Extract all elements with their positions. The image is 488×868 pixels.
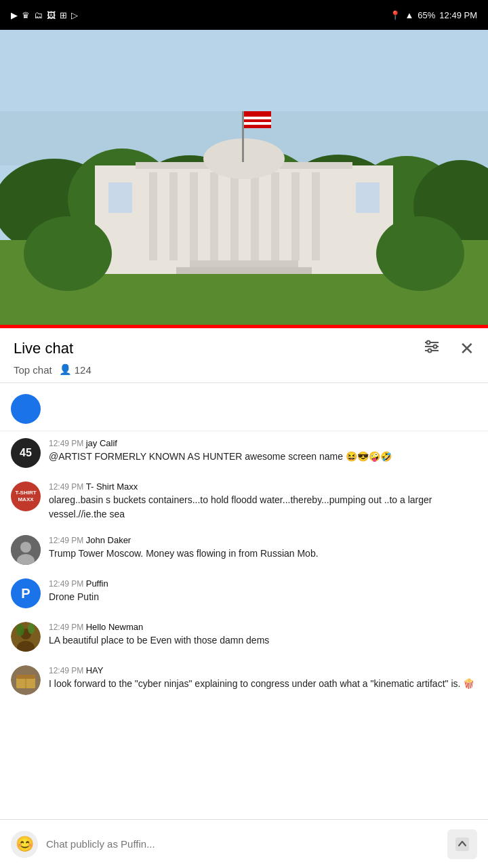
message-text: @ARTIST FORMERLY KNOWN AS HUNTER awesome… (49, 450, 477, 464)
svg-point-44 (16, 624, 24, 636)
message-time: 12:49 PM (49, 579, 83, 589)
avatar (11, 622, 41, 652)
livechat-title-row: Live chat ✕ (14, 338, 474, 359)
svg-rect-19 (312, 172, 320, 260)
svg-rect-10 (95, 165, 393, 274)
livechat-controls: ✕ (423, 338, 474, 359)
emoji-icon: 😊 (16, 835, 34, 853)
list-item: P 12:49 PM Puffin Drone Putin (0, 572, 488, 615)
message-meta: 12:49 PM John Daker (49, 535, 477, 545)
play-icon: ▶ (11, 10, 18, 20)
status-bar: ▶ ♛ 🗂 🖼 ⊞ ▷ 📍 ▲ 65% 12:49 PM (0, 0, 488, 30)
message-time: 12:49 PM (49, 536, 83, 545)
message-text: I look forward to the "cyber ninjas" exp… (49, 677, 477, 691)
list-item: 12:49 PM HAY I look forward to the "cybe… (0, 658, 488, 702)
svg-rect-22 (108, 182, 132, 213)
battery-text: 65% (418, 10, 435, 20)
message-content: 12:49 PM HAY I look forward to the "cybe… (49, 665, 477, 691)
avatar: T-SHIRT MAXX (11, 481, 41, 511)
message-content: 12:49 PM Hello Newman LA beautiful place… (49, 622, 477, 648)
svg-point-45 (28, 623, 35, 634)
message-meta: 12:49 PM HAY (49, 665, 477, 675)
grid-icon: ⊞ (60, 10, 67, 20)
message-text: Drone Putin (49, 590, 477, 604)
message-content: 12:49 PM jay Calif @ARTIST FORMERLY KNOW… (49, 438, 477, 464)
emoji-button[interactable]: 😊 (11, 831, 38, 858)
message-meta: 12:49 PM T- Shirt Maxx (49, 481, 477, 492)
viewer-number: 124 (75, 364, 92, 376)
svg-rect-29 (244, 122, 271, 125)
avatar (11, 394, 41, 424)
svg-rect-26 (242, 111, 244, 162)
svg-rect-25 (176, 267, 312, 274)
username: Hello Newman (86, 622, 144, 632)
svg-point-35 (427, 341, 430, 344)
play2-icon: ▷ (71, 10, 78, 20)
svg-rect-18 (291, 172, 300, 260)
location-icon: 📍 (390, 10, 401, 20)
avatar: P (11, 578, 41, 608)
list-item: 12:49 PM John Daker Trump Tower Moscow. … (0, 528, 488, 572)
username: John Daker (86, 535, 131, 545)
message-content: 12:49 PM T- Shirt Maxx olareg..basin s b… (49, 481, 477, 521)
username: T- Shirt Maxx (86, 481, 138, 492)
viewer-count: 👤 124 (59, 363, 92, 376)
avatar: 45 (11, 438, 41, 468)
message-time: 12:49 PM (49, 482, 83, 492)
message-content: 12:49 PM Puffin Drone Putin (49, 578, 477, 604)
svg-rect-11 (149, 172, 157, 260)
wifi-icon: ▲ (405, 10, 413, 20)
svg-point-37 (428, 349, 432, 353)
send-icon (454, 836, 470, 852)
livechat-header: Live chat ✕ Top chat 👤 124 (0, 328, 488, 383)
list-item: T-SHIRT MAXX 12:49 PM T- Shirt Maxx olar… (0, 475, 488, 528)
svg-rect-17 (271, 172, 279, 260)
filter-icon[interactable] (423, 338, 441, 359)
svg-rect-15 (230, 172, 239, 260)
livechat-title: Live chat (14, 340, 73, 357)
video-progress-bar[interactable] (0, 325, 488, 328)
time-display: 12:49 PM (439, 10, 477, 20)
message-meta: 12:49 PM Hello Newman (49, 622, 477, 632)
username: Puffin (86, 578, 108, 589)
status-bar-left: ▶ ♛ 🗂 🖼 ⊞ ▷ (11, 10, 78, 20)
livechat-subtitle: Top chat 👤 124 (14, 359, 474, 382)
svg-rect-14 (210, 172, 218, 260)
chat-input[interactable] (46, 831, 439, 858)
message-time: 12:49 PM (49, 666, 83, 675)
svg-point-30 (24, 216, 112, 291)
message-meta: 12:49 PM jay Calif (49, 438, 477, 448)
image-icon: 🖼 (47, 10, 56, 20)
chat-messages: 45 12:49 PM jay Calif @ARTIST FORMERLY K… (0, 383, 488, 706)
send-button[interactable] (447, 829, 477, 859)
message-text: LA beautiful place to be Even with those… (49, 633, 477, 648)
svg-point-31 (376, 216, 464, 291)
message-time: 12:49 PM (49, 623, 83, 632)
svg-rect-16 (251, 172, 259, 260)
svg-point-36 (434, 345, 437, 349)
list-item: 45 12:49 PM jay Calif @ARTIST FORMERLY K… (0, 431, 488, 475)
svg-rect-28 (244, 117, 271, 119)
svg-rect-23 (356, 182, 380, 213)
avatar (11, 535, 41, 565)
svg-rect-12 (169, 172, 178, 260)
chat-input-bar: 😊 (0, 819, 488, 868)
message-text: Trump Tower Moscow. Money was flowing in… (49, 547, 477, 561)
folder-icon: 🗂 (34, 10, 43, 20)
video-area (0, 30, 488, 328)
username: jay Calif (86, 438, 117, 448)
svg-rect-50 (455, 837, 469, 851)
svg-rect-27 (244, 111, 271, 128)
list-item (0, 387, 488, 431)
top-chat-label: Top chat (14, 364, 52, 376)
message-meta: 12:49 PM Puffin (49, 578, 477, 589)
chat-messages-container: 45 12:49 PM jay Calif @ARTIST FORMERLY K… (0, 383, 488, 755)
status-bar-right: 📍 ▲ 65% 12:49 PM (390, 10, 477, 20)
username: HAY (86, 665, 104, 675)
message-time: 12:49 PM (49, 439, 83, 448)
close-icon[interactable]: ✕ (460, 338, 474, 359)
message-content: 12:49 PM John Daker Trump Tower Moscow. … (49, 535, 477, 561)
viewer-icon: 👤 (59, 363, 72, 376)
svg-point-39 (20, 542, 31, 553)
crown-icon: ♛ (22, 10, 30, 20)
